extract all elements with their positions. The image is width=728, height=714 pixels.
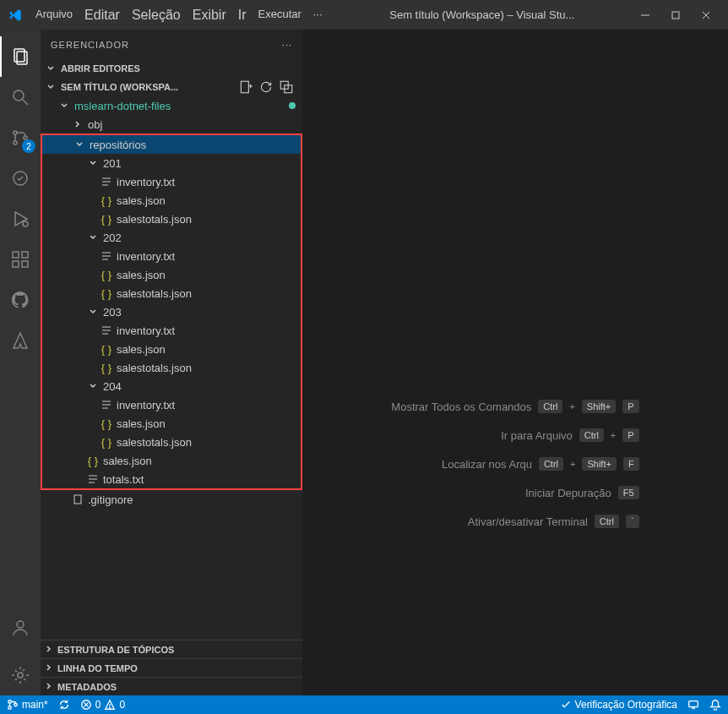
status-problems[interactable]: 0 0 [80,699,125,711]
status-branch[interactable]: main* [7,699,48,711]
settings-gear-icon[interactable] [0,655,41,695]
refresh-icon[interactable] [258,79,274,95]
menu-bar: Arquivo Editar Seleção Exibir Ir Executa… [30,4,328,26]
svg-line-7 [23,100,28,105]
tree-file-inventory[interactable]: inventory.txt [42,247,301,265]
chevron-down-icon [86,232,100,243]
tree-file-sales[interactable]: { } sales.json [42,340,301,358]
svg-rect-20 [241,81,248,93]
menu-more-icon[interactable]: ··· [308,4,328,26]
menu-view[interactable]: Exibir [187,4,231,26]
status-bar: main* 0 0 Verificação Ortográfica [0,695,728,714]
tree-file-sales[interactable]: { } sales.json [42,191,301,210]
tree-folder-repos[interactable]: repositórios [42,135,301,154]
title-bar: Arquivo Editar Seleção Exibir Ir Executa… [0,0,728,30]
shortcut-start-debug: Iniciar Depuração F5 [391,486,638,499]
tree-file-inventory[interactable]: inventory.txt [42,321,301,340]
extensions-icon[interactable] [0,239,41,280]
window-controls [637,7,721,24]
menu-edit[interactable]: Editar [79,4,125,26]
source-control-icon[interactable]: 2 [0,117,41,158]
open-editors-section[interactable]: ABRIR EDITORES [41,59,302,78]
tree-file-totals[interactable]: totals.txt [42,470,301,488]
chevron-down-icon [86,307,100,317]
text-file-icon [100,176,113,188]
tree-file-salestotals[interactable]: { } salestotals.json [42,210,301,228]
search-icon[interactable] [0,77,41,117]
tree-folder-204[interactable]: 204 [42,377,301,395]
tree-file-inventory[interactable]: inventory.txt [42,395,301,414]
sidebar-more-icon[interactable]: ··· [282,40,292,50]
tree-file-salestotals[interactable]: { } salestotals.json [42,284,301,302]
run-debug-icon[interactable] [0,199,41,239]
shortcut-show-commands: Mostrar Todos os Comandos Ctrl + Shift+ … [391,400,638,413]
status-feedback-icon[interactable] [687,699,699,711]
scm-badge: 2 [22,139,35,153]
tree-folder-obj[interactable]: obj [41,115,302,134]
svg-rect-1 [672,12,679,19]
timeline-section[interactable]: LINHA DO TEMPO [41,658,302,677]
tree-file-sales-root[interactable]: { } sales.json [42,451,301,470]
json-file-icon: { } [100,362,113,374]
tree-file-salestotals[interactable]: { } salestotals.json [42,358,301,377]
collapse-all-icon[interactable] [279,79,294,95]
chevron-right-icon [44,662,54,674]
tree-file-salestotals[interactable]: { } salestotals.json [42,433,301,451]
shortcut-goto-file: Ir para Arquivo Ctrl + P [391,428,638,442]
json-file-icon: { } [100,213,113,226]
svg-point-8 [14,131,17,134]
svg-rect-15 [13,261,19,267]
editor-area: Mostrar Todos os Comandos Ctrl + Shift+ … [302,30,728,695]
tree-file-gitignore[interactable]: .gitignore [41,490,302,509]
menu-run[interactable]: Executar [253,4,307,26]
github-icon[interactable] [0,280,41,320]
tree-folder-201[interactable]: 201 [42,154,301,172]
close-button[interactable] [698,7,714,24]
account-icon[interactable] [0,608,41,648]
tree-file-sales[interactable]: { } sales.json [42,265,301,284]
menu-file[interactable]: Arquivo [30,4,78,26]
json-file-icon: { } [86,455,100,467]
modified-indicator-icon [289,102,296,109]
azure-icon[interactable] [0,320,41,361]
tree-folder-202[interactable]: 202 [42,228,301,247]
vscode-watermark-icon [422,182,608,370]
workspace-section[interactable]: SEM TÍTULO (WORKSPA... [41,78,302,96]
json-file-icon: { } [100,343,113,356]
new-file-icon[interactable] [238,79,253,95]
tree-folder-root[interactable]: mslearn-dotnet-files [41,96,302,115]
chevron-right-icon [44,681,54,693]
tree-folder-203[interactable]: 203 [42,302,301,321]
json-file-icon: { } [100,287,113,300]
status-sync[interactable] [58,699,70,711]
menu-selection[interactable]: Seleção [127,4,186,26]
text-file-icon [100,250,113,262]
svg-rect-17 [22,252,28,258]
sidebar-header: GERENCIADOR ··· [41,30,302,59]
svg-marker-12 [15,212,27,226]
status-spellcheck[interactable]: Verificação Ortográfica [560,699,677,711]
shortcut-toggle-terminal: Ativar/desativar Terminal Ctrl ` [391,515,638,528]
svg-point-48 [110,707,111,708]
explorer-icon[interactable] [0,36,41,77]
json-file-icon: { } [100,269,113,281]
status-notifications-icon[interactable] [709,699,721,711]
svg-point-41 [8,700,12,704]
tree-file-inventory[interactable]: inventory.txt [42,172,301,191]
menu-go[interactable]: Ir [233,4,252,26]
metadata-section[interactable]: METADADOS [41,677,302,695]
minimize-button[interactable] [637,7,654,24]
vscode-logo-icon [7,7,24,24]
maximize-button[interactable] [667,7,684,24]
svg-rect-40 [74,495,81,504]
tree-file-sales[interactable]: { } sales.json [42,414,301,433]
json-file-icon: { } [100,436,113,449]
test-icon[interactable] [0,158,41,199]
json-file-icon: { } [100,194,113,207]
outline-section[interactable]: ESTRUTURA DE TÓPICOS [41,640,302,658]
text-file-icon [86,473,100,485]
chevron-right-icon [44,644,54,656]
svg-point-42 [8,706,12,710]
explorer-sidebar: GERENCIADOR ··· ABRIR EDITORES SEM TÍTUL… [41,30,302,695]
window-title: Sem título (Workspace) – Visual Stu... [328,8,637,21]
